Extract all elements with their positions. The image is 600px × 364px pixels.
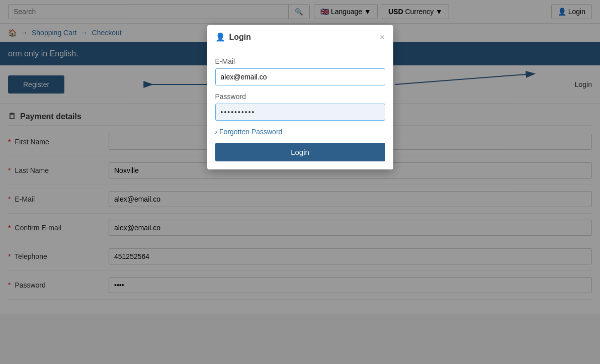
- modal-password-input[interactable]: [215, 104, 385, 121]
- modal-user-icon: 👤: [215, 32, 225, 42]
- forgotten-password-link[interactable]: Forgotten Password: [215, 128, 385, 136]
- login-modal: 👤 Login × E-Mail Password Forgotten Pass…: [207, 25, 393, 169]
- modal-login-button[interactable]: Login: [215, 143, 385, 161]
- modal-title-text: Login: [229, 33, 251, 42]
- modal-body: E-Mail Password Forgotten Password Login: [207, 49, 393, 169]
- modal-email-label: E-Mail: [215, 57, 385, 65]
- modal-title: 👤 Login: [215, 32, 251, 42]
- modal-email-input[interactable]: [215, 68, 385, 85]
- modal-header: 👤 Login ×: [207, 25, 393, 49]
- modal-overlay: 👤 Login × E-Mail Password Forgotten Pass…: [0, 0, 600, 314]
- modal-close-button[interactable]: ×: [380, 33, 385, 42]
- modal-password-label: Password: [215, 93, 385, 101]
